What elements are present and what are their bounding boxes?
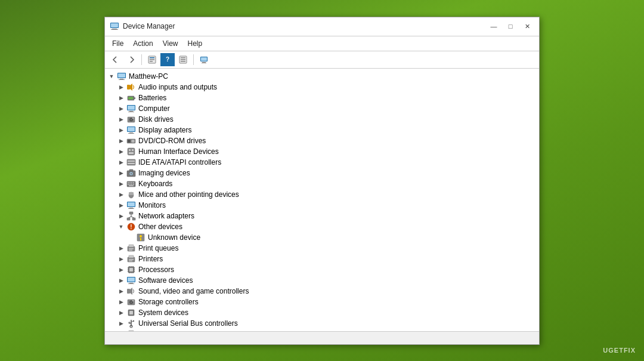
tree-item-ide[interactable]: ▶ IDE ATA/ATAPI controllers (105, 157, 539, 168)
svg-rect-102 (128, 277, 135, 282)
view-button[interactable] (197, 53, 211, 66)
properties-button[interactable] (145, 53, 159, 66)
imaging-expander[interactable]: ▶ (117, 169, 125, 177)
tree-item-imaging[interactable]: ▶ Imaging devices (105, 168, 539, 178)
tree-item-dvd[interactable]: ▶ DVD/CD-ROM drives (105, 135, 539, 146)
minimize-button[interactable]: — (487, 20, 501, 32)
processors-expander[interactable]: ▶ (117, 266, 125, 274)
svg-rect-68 (129, 212, 133, 214)
tree-item-monitors[interactable]: ▶ Monitors (105, 200, 539, 211)
mice-expander[interactable]: ▶ (117, 190, 125, 199)
mice-label: Mice and other pointing devices (138, 190, 239, 199)
tree-item-system[interactable]: ▶ System devices (105, 307, 539, 318)
tree-item-software[interactable]: ▶ Software devices (105, 275, 539, 286)
dvd-expander[interactable]: ▶ (117, 137, 125, 145)
tree-item-printqueues[interactable]: ▶ Print queues (105, 243, 539, 254)
scan-button[interactable] (176, 53, 190, 66)
svg-rect-42 (132, 149, 134, 151)
toolbar-separator-2 (193, 54, 194, 65)
usb-label: Universal Serial Bus controllers (138, 319, 238, 328)
ide-icon (126, 158, 136, 167)
svg-rect-81 (129, 248, 134, 249)
root-expander[interactable]: ▼ (107, 72, 116, 81)
ide-label: IDE ATA/ATAPI controllers (138, 158, 221, 166)
menu-action[interactable]: Action (128, 38, 157, 50)
svg-rect-40 (128, 148, 135, 155)
system-expander[interactable]: ▶ (117, 308, 125, 317)
menu-help[interactable]: Help (183, 38, 208, 50)
svg-rect-119 (129, 331, 134, 331)
tree-item-display[interactable]: ▶ Display adapters (105, 125, 539, 135)
software-icon (126, 276, 136, 285)
svg-rect-65 (128, 202, 135, 206)
software-label: Software devices (138, 276, 193, 285)
svg-rect-84 (129, 255, 134, 258)
svg-rect-48 (129, 169, 133, 171)
update-driver-button[interactable]: ? (160, 53, 175, 66)
sound-expander[interactable]: ▶ (117, 287, 125, 295)
device-tree[interactable]: ▼ Matthew-PC ▶ Audio inpu (105, 69, 539, 331)
audio-expander[interactable]: ▶ (117, 83, 125, 91)
svg-rect-104 (128, 283, 134, 284)
svg-rect-88 (129, 268, 133, 271)
tree-item-mice[interactable]: ▶ Mice and other pointing devices (105, 189, 539, 200)
printqueues-expander[interactable]: ▶ (117, 244, 125, 252)
svg-rect-60 (129, 185, 134, 186)
tree-item-printers[interactable]: ▶ Printers (105, 254, 539, 264)
ide-expander[interactable]: ▶ (117, 158, 125, 166)
tree-item-keyboards[interactable]: ▶ Keyboards (105, 178, 539, 189)
wsd-icon (126, 329, 136, 331)
monitors-expander[interactable]: ▶ (117, 201, 125, 209)
maximize-button[interactable]: □ (503, 20, 518, 32)
display-icon (126, 125, 136, 135)
tree-item-computer[interactable]: ▶ Computer (105, 103, 539, 114)
hid-expander[interactable]: ▶ (117, 147, 125, 156)
tree-item-unknown[interactable]: ▶ Unknown device (105, 232, 539, 243)
tree-item-usb[interactable]: ▶ Universal Serial Bus controllers (105, 318, 539, 329)
network-expander[interactable]: ▶ (117, 212, 125, 220)
tree-item-disk[interactable]: ▶ Disk drives (105, 114, 539, 125)
storage-expander[interactable]: ▶ (117, 298, 125, 306)
printqueues-label: Print queues (138, 244, 178, 252)
unknown-label: Unknown device (148, 233, 200, 242)
software-expander[interactable]: ▶ (117, 276, 125, 285)
tree-item-batteries[interactable]: ▶ Batteries (105, 92, 539, 103)
wsd-label: WSD Print Provider (138, 330, 200, 331)
back-button[interactable] (109, 53, 123, 66)
svg-rect-109 (132, 300, 134, 301)
computer-icon (126, 104, 136, 113)
tree-root[interactable]: ▼ Matthew-PC (105, 71, 539, 82)
tree-item-other[interactable]: ▼ ! Other devices (105, 221, 539, 232)
tree-item-storage[interactable]: ▶ Storage controllers (105, 297, 539, 307)
tree-item-network[interactable]: ▶ Network adapters (105, 211, 539, 221)
wsd-expander[interactable]: ▶ (117, 330, 125, 331)
close-button[interactable]: ✕ (520, 20, 534, 32)
usb-expander[interactable]: ▶ (117, 319, 125, 328)
tree-item-hid[interactable]: ▶ Human Interface Devices (105, 146, 539, 157)
svg-rect-53 (129, 182, 131, 183)
system-icon (126, 308, 136, 317)
tree-item-audio[interactable]: ▶ Audio inputs and outputs (105, 82, 539, 92)
disk-expander[interactable]: ▶ (117, 115, 125, 124)
svg-point-39 (132, 140, 134, 141)
other-expander[interactable]: ▼ (117, 223, 125, 231)
monitors-icon (126, 200, 136, 210)
processors-label: Processors (138, 266, 174, 274)
computer-expander[interactable]: ▶ (117, 104, 125, 113)
tree-item-sound[interactable]: ▶ Sound, video and game controllers (105, 286, 539, 297)
display-expander[interactable]: ▶ (117, 126, 125, 134)
svg-rect-43 (129, 152, 134, 154)
batteries-expander[interactable]: ▶ (117, 94, 125, 102)
other-icon: ! (126, 222, 136, 232)
imaging-icon (126, 168, 136, 178)
menu-file[interactable]: File (107, 38, 128, 50)
network-label: Network adapters (138, 212, 194, 220)
svg-point-108 (131, 301, 132, 303)
watermark: UGETFIX (603, 347, 636, 354)
tree-item-processors[interactable]: ▶ Proces (105, 264, 539, 275)
printers-expander[interactable]: ▶ (117, 255, 125, 263)
forward-button[interactable] (124, 53, 138, 66)
keyboards-expander[interactable]: ▶ (117, 180, 125, 188)
menu-view[interactable]: View (158, 38, 183, 50)
imaging-label: Imaging devices (138, 169, 190, 177)
